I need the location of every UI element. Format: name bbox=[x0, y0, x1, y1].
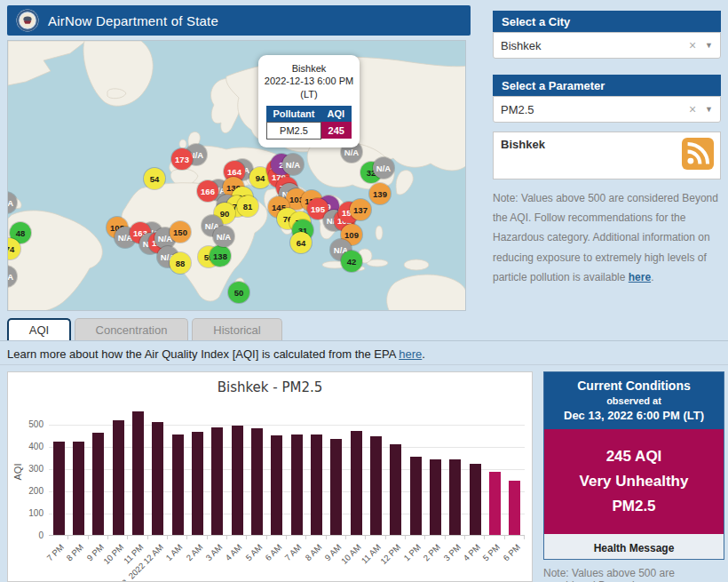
chart-bar[interactable] bbox=[311, 435, 322, 535]
chart-bar[interactable] bbox=[330, 439, 342, 535]
map-popup: Bishkek 2022-12-13 6:00 PM (LT) Pollutan… bbox=[258, 55, 360, 147]
y-axis-tick-label: 0 bbox=[15, 530, 44, 540]
chart-bar[interactable] bbox=[211, 427, 223, 536]
chart-bar[interactable] bbox=[251, 428, 263, 535]
chevron-down-icon[interactable]: ▼ bbox=[705, 41, 713, 50]
chart-bar-slot: 4 PM bbox=[465, 411, 485, 535]
popup-col-pollutant: Pollutant bbox=[266, 106, 320, 123]
chart-title: Bishkek - PM2.5 bbox=[8, 379, 532, 395]
chart-bar-slot: 9 PM bbox=[89, 411, 108, 535]
map-marker[interactable]: 50 bbox=[228, 282, 249, 303]
clear-icon[interactable]: × bbox=[689, 102, 696, 116]
rss-feed-box: Bishkek bbox=[493, 132, 721, 179]
chart-bar[interactable] bbox=[470, 464, 481, 535]
chart-bars: 7 PM8 PM9 PM10 PM11 PM3, 2022 12 AM1 AM2… bbox=[49, 411, 525, 535]
y-axis-tick-label: 300 bbox=[15, 464, 44, 474]
map-marker[interactable]: 166 bbox=[197, 180, 218, 202]
chart-bar[interactable] bbox=[430, 459, 441, 536]
observed-at-label: observed at bbox=[548, 395, 720, 406]
rss-icon[interactable] bbox=[682, 138, 714, 173]
x-axis-tick-label: 4 AM bbox=[224, 542, 244, 562]
x-axis-tick-label: 6 PM bbox=[501, 542, 521, 562]
map-marker[interactable]: 138 bbox=[210, 245, 231, 267]
chart-bar[interactable] bbox=[192, 432, 203, 535]
current-conditions-panel: Current Conditions observed at Dec 13, 2… bbox=[543, 371, 724, 560]
chart-bar[interactable] bbox=[509, 481, 520, 535]
learn-more-link[interactable]: here bbox=[399, 347, 422, 361]
chart-bar[interactable] bbox=[449, 459, 461, 535]
observed-datetime: Dec 13, 2022 6:00 PM (LT) bbox=[548, 409, 720, 422]
chart-bar[interactable] bbox=[370, 436, 382, 535]
chart-bar-slot: 2 PM bbox=[425, 411, 445, 535]
parameter-dropdown[interactable]: PM2.5 × ▼ bbox=[493, 96, 721, 123]
y-axis-tick-label: 400 bbox=[15, 442, 44, 451]
chart-bar[interactable] bbox=[53, 442, 65, 535]
map-marker[interactable]: N/A bbox=[373, 157, 394, 179]
x-axis-tick-label: 3 PM bbox=[441, 542, 462, 562]
map-marker[interactable]: 64 bbox=[290, 232, 312, 253]
city-dropdown-value: Bishkek bbox=[501, 39, 689, 52]
chart-bar-slot: 10 PM bbox=[108, 411, 128, 535]
chart-bar[interactable] bbox=[113, 420, 124, 535]
clear-icon[interactable]: × bbox=[689, 38, 696, 52]
chart-bar-slot: 1 PM bbox=[406, 411, 425, 535]
chart-bar[interactable] bbox=[232, 426, 243, 535]
page-title: AirNow Department of State bbox=[48, 13, 218, 28]
x-axis-tick-label: 8 AM bbox=[303, 542, 323, 562]
map-marker[interactable]: 150 bbox=[170, 221, 191, 243]
aqi-category: Very Unhealthy bbox=[544, 469, 724, 494]
x-axis-tick-label: 3 AM bbox=[203, 542, 224, 562]
section-divider bbox=[0, 364, 728, 365]
chart-bar[interactable] bbox=[410, 457, 422, 535]
map-marker[interactable]: 173 bbox=[171, 148, 193, 170]
popup-table: Pollutant AQI PM2.5 245 bbox=[266, 106, 352, 140]
map-marker[interactable]: 139 bbox=[369, 183, 391, 204]
y-axis-tick-label: 100 bbox=[15, 508, 44, 518]
chart-bar[interactable] bbox=[291, 435, 303, 535]
x-axis-tick-label: 10 PM bbox=[101, 542, 125, 566]
chart-bar-slot: 11 AM bbox=[366, 411, 385, 535]
tab-aqi[interactable]: AQI bbox=[7, 318, 71, 340]
app-header: AirNow Department of State bbox=[7, 5, 471, 36]
city-dropdown[interactable]: Bishkek × ▼ bbox=[493, 32, 721, 59]
chart-bar-slot: 10 AM bbox=[346, 411, 366, 535]
chart-bar[interactable] bbox=[73, 442, 84, 536]
current-conditions-title: Current Conditions bbox=[548, 379, 720, 393]
map-marker[interactable]: 42 bbox=[341, 251, 362, 272]
tab-concentration[interactable]: Concentration bbox=[75, 318, 188, 340]
sidebar-note-link[interactable]: here bbox=[629, 271, 651, 283]
map-marker[interactable]: 137 bbox=[350, 199, 371, 220]
map-marker[interactable]: 81 bbox=[237, 195, 258, 217]
parameter-dropdown-value: PM2.5 bbox=[501, 103, 689, 116]
chart-bar[interactable] bbox=[489, 472, 501, 535]
chevron-down-icon[interactable]: ▼ bbox=[705, 105, 713, 114]
chart-panel: Bishkek - PM2.5 AQI 01002003004005007 PM… bbox=[7, 371, 533, 582]
map-marker[interactable]: N/A bbox=[213, 226, 234, 247]
x-axis-tick-label: 12 PM bbox=[378, 542, 402, 566]
chart-bar[interactable] bbox=[351, 431, 362, 535]
x-axis-tick-label: 4 PM bbox=[461, 542, 481, 562]
popup-aqi-value: 245 bbox=[321, 122, 352, 139]
chart-bar-slot: 6 PM bbox=[505, 411, 525, 535]
health-message-block: Health Message AQI values between 201 an… bbox=[544, 534, 724, 560]
chart-bar[interactable] bbox=[152, 422, 163, 535]
chart-bar-slot: 3 AM bbox=[208, 411, 227, 535]
x-axis-tick-label: 7 AM bbox=[283, 542, 304, 562]
map-marker[interactable]: 54 bbox=[144, 168, 165, 189]
world-map[interactable]: 4874N/AN/A54N/A173N/A164N/A16613996N/A76… bbox=[7, 40, 466, 311]
tab-historical[interactable]: Historical bbox=[192, 318, 282, 340]
popup-pollutant-value: PM2.5 bbox=[266, 122, 320, 139]
chart-bar[interactable] bbox=[172, 435, 184, 535]
chart-bar[interactable] bbox=[390, 444, 401, 536]
x-axis-tick-label: 5 PM bbox=[481, 542, 502, 562]
x-axis-tick-label: 7 PM bbox=[44, 542, 65, 562]
chart-bar-slot: 2 AM bbox=[187, 411, 207, 535]
x-axis-tick-label: 2 AM bbox=[184, 542, 204, 562]
chart-bar[interactable] bbox=[92, 433, 104, 535]
chart-bar[interactable] bbox=[271, 435, 282, 536]
chart-bar[interactable] bbox=[132, 411, 144, 535]
map-marker[interactable]: 88 bbox=[170, 252, 191, 274]
map-marker[interactable]: N/A bbox=[282, 154, 304, 175]
chart-bar-slot: 5 AM bbox=[247, 411, 266, 535]
popup-datetime: 2022-12-13 6:00 PM bbox=[262, 75, 356, 87]
